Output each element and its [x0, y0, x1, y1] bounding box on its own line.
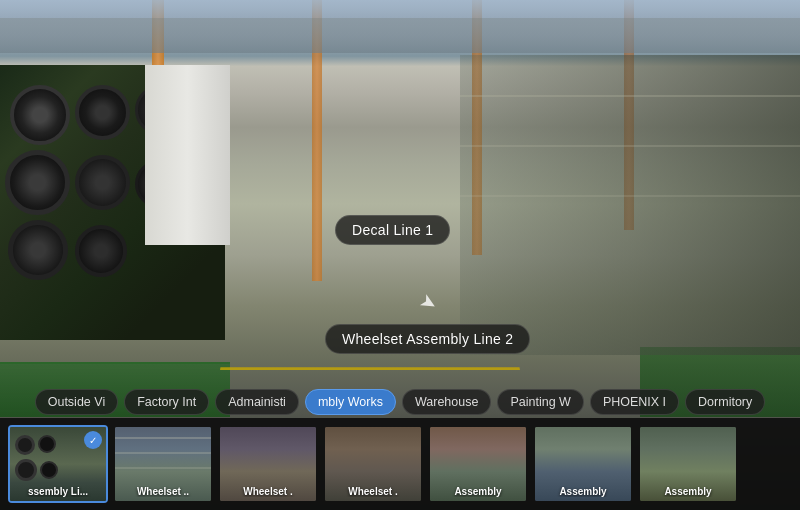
decal-line-label[interactable]: Decal Line 1: [335, 215, 450, 245]
nav-tabs-container: Outside Vi Factory Int Admainisti mbly W…: [0, 389, 800, 415]
coil-5: [75, 155, 130, 210]
thumb-assembly-2[interactable]: Assembly: [533, 425, 633, 503]
thumb-2-label: Wheelset ..: [115, 486, 211, 497]
thumb-active-check: ✓: [84, 431, 102, 449]
thumb-6-label: Assembly: [535, 486, 631, 497]
ceiling-section: [0, 18, 800, 53]
coil-1: [10, 85, 70, 145]
tab-admin[interactable]: Admainisti: [215, 389, 299, 415]
wheelset-line-label[interactable]: Wheelset Assembly Line 2: [325, 324, 530, 354]
shelf-line-1: [460, 95, 800, 97]
thumbnail-strip: ✓ ssembly Li... Wheelset .. Wheelset .: [0, 418, 800, 510]
white-panel: [145, 65, 230, 245]
thumb-assembly-1[interactable]: Assembly: [428, 425, 528, 503]
tab-dormitory[interactable]: Dormitory: [685, 389, 765, 415]
coil-4: [5, 150, 70, 215]
tab-outside-view[interactable]: Outside Vi: [35, 389, 118, 415]
thumb-1-label: ssembly Li...: [10, 486, 106, 497]
thumb-assembly-3[interactable]: Assembly: [638, 425, 738, 503]
tab-factory-int[interactable]: Factory Int: [124, 389, 209, 415]
main-scene: ➤ Decal Line 1 Wheelset Assembly Line 2 …: [0, 0, 800, 510]
coil-8: [75, 225, 127, 277]
thumb-wheelset-2[interactable]: Wheelset .: [218, 425, 318, 503]
coil-2: [75, 85, 130, 140]
right-shelving: [460, 55, 800, 355]
thumb-4-label: Wheelset .: [325, 486, 421, 497]
tab-warehouse[interactable]: Warehouse: [402, 389, 491, 415]
thumb-3-label: Wheelset .: [220, 486, 316, 497]
thumb-wheelset-1[interactable]: Wheelset ..: [113, 425, 213, 503]
thumb-assembly-line[interactable]: ✓ ssembly Li...: [8, 425, 108, 503]
thumb-wheelset-3[interactable]: Wheelset .: [323, 425, 423, 503]
thumb-7-label: Assembly: [640, 486, 736, 497]
tab-painting[interactable]: Painting W: [497, 389, 583, 415]
shelf-line-3: [460, 195, 800, 197]
tab-phoenix[interactable]: PHOENIX I: [590, 389, 679, 415]
top-beam: [0, 0, 800, 18]
coil-7: [8, 220, 68, 280]
thumb-5-label: Assembly: [430, 486, 526, 497]
shelf-line-2: [460, 145, 800, 147]
tab-assembly-works[interactable]: mbly Works: [305, 389, 396, 415]
floor-line-yellow: [220, 367, 520, 370]
